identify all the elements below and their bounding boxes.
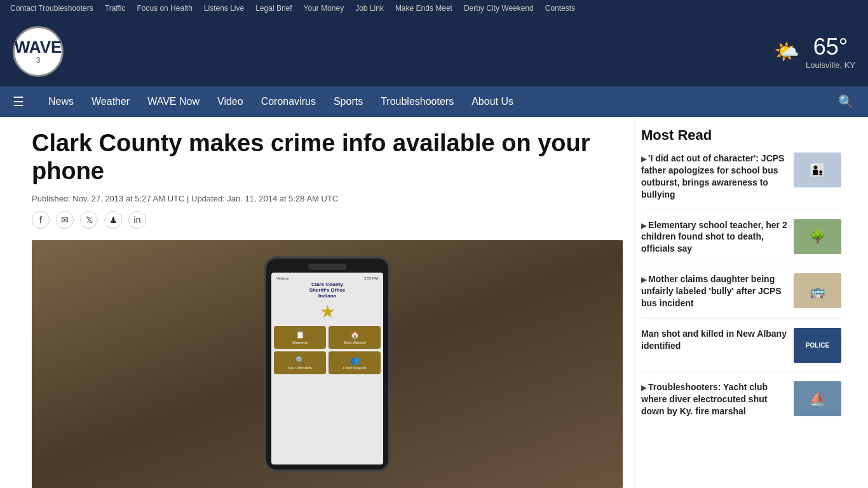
most-read-item-1[interactable]: 'I did act out of character': JCPS fathe… [641, 152, 841, 210]
nav-item-about-us[interactable]: About Us [463, 86, 522, 117]
phone-star-icon: ★ [320, 301, 336, 322]
phone-btn-most-wanted-label: Most Wanted [343, 341, 365, 344]
phone-app-title: Clark County Sheriff's Office Indiana [309, 281, 346, 299]
topbar-listens-live[interactable]: Listens Live [204, 4, 244, 13]
topbar-legal-brief[interactable]: Legal Brief [255, 4, 292, 13]
phone-carrier: Verizon [276, 276, 289, 280]
weather-icon: 🌤️ [774, 39, 799, 64]
phone-btn-most-wanted: 🏠 Most Wanted [329, 326, 381, 349]
most-read-item-4-text: Man shot and killed in New Albany identi… [641, 328, 787, 352]
phone-app-buttons: 📋 Warrants 🏠 Most Wanted 🔍 Sex Offenders [274, 326, 381, 374]
topbar-contests[interactable]: Contests [545, 4, 575, 13]
sidebar: Most Read 'I did act out of character': … [635, 117, 851, 488]
most-read-item-5[interactable]: Troubleshooters: Yacht club where diver … [641, 381, 841, 426]
article: Clark County makes crime info available … [0, 117, 635, 488]
phone-time: 3:55 PM [364, 276, 378, 280]
topbar-job-link[interactable]: Job Link [355, 4, 384, 13]
most-read-item-2-text: Elementary school teacher, her 2 childre… [641, 219, 787, 255]
most-read-item-4-thumb: POLICE [794, 328, 841, 363]
phone-btn-warrants-label: Warrants [292, 341, 308, 344]
social-share-bar: f ✉ 𝕏 ♟ in [32, 211, 620, 229]
phone-screen: Verizon 3:55 PM Clark County Sheriff's O… [271, 273, 383, 464]
phone-btn-sex-offenders-label: Sex Offenders [288, 366, 312, 370]
topbar-your-money[interactable]: Your Money [304, 4, 344, 13]
nav-item-wave-now[interactable]: WAVE Now [139, 86, 208, 117]
weather-temperature: 65° [806, 34, 855, 60]
email-share-button[interactable]: ✉ [56, 211, 74, 229]
article-title: Clark County makes crime info available … [32, 130, 620, 185]
most-read-item-1-thumb: 👨‍👦 [794, 152, 841, 187]
hamburger-menu[interactable]: ☰ [8, 92, 29, 112]
most-read-item-5-text: Troubleshooters: Yacht club where diver … [641, 381, 787, 417]
nav-item-sports[interactable]: Sports [325, 86, 372, 117]
pinterest-share-button[interactable]: ♟ [104, 211, 122, 229]
nav-item-coronavirus[interactable]: Coronavirus [252, 86, 325, 117]
site-logo[interactable]: WAVE 3 [13, 26, 64, 77]
most-read-item-1-text: 'I did act out of character': JCPS fathe… [641, 152, 787, 201]
weather-location: Louisville, KY [806, 60, 855, 70]
most-read-heading: Most Read [641, 127, 841, 144]
nav-item-troubleshooters[interactable]: Troubleshooters [372, 86, 463, 117]
phone-btn-child-support: 👥 Child Support [329, 351, 381, 374]
topbar-make-ends-meet[interactable]: Make Ends Meet [395, 4, 452, 13]
phone-btn-warrants: 📋 Warrants [274, 326, 326, 349]
article-meta: Published: Nov. 27, 2013 at 5:27 AM UTC … [32, 194, 620, 203]
weather-widget[interactable]: 🌤️ 65° Louisville, KY [774, 34, 855, 70]
main-nav: ☰ News Weather WAVE Now Video Coronaviru… [0, 86, 868, 117]
article-image: Verizon 3:55 PM Clark County Sheriff's O… [32, 240, 623, 488]
most-read-item-4[interactable]: Man shot and killed in New Albany identi… [641, 328, 841, 372]
phone-btn-child-support-label: Child Support [343, 366, 366, 370]
topbar-derby-city[interactable]: Derby City Weekend [464, 4, 534, 13]
nav-item-video[interactable]: Video [208, 86, 252, 117]
nav-item-news[interactable]: News [39, 86, 83, 117]
most-read-item-3[interactable]: Mother claims daughter being unfairly la… [641, 273, 841, 319]
facebook-share-button[interactable]: f [32, 211, 50, 229]
topbar-traffic[interactable]: Traffic [105, 4, 126, 13]
header: WAVE 3 🌤️ 65° Louisville, KY [0, 17, 868, 86]
twitter-share-button[interactable]: 𝕏 [80, 211, 98, 229]
logo-subtext: 3 [15, 56, 62, 65]
logo-text: WAVE [15, 38, 62, 57]
most-read-item-5-thumb: ⛵ [794, 381, 841, 416]
top-bar: Contact Troubleshooters Traffic Focus on… [0, 0, 868, 17]
content-area: Clark County makes crime info available … [0, 117, 868, 488]
most-read-item-3-text: Mother claims daughter being unfairly la… [641, 273, 787, 309]
most-read-item-4-thumb-label: POLICE [806, 342, 829, 349]
phone-mockup: Verizon 3:55 PM Clark County Sheriff's O… [264, 256, 391, 472]
most-read-item-2[interactable]: Elementary school teacher, her 2 childre… [641, 219, 841, 265]
phone-btn-sex-offenders: 🔍 Sex Offenders [274, 351, 326, 374]
most-read-item-3-thumb: 🚌 [794, 273, 841, 308]
topbar-contact[interactable]: Contact Troubleshooters [10, 4, 93, 13]
topbar-focus-health[interactable]: Focus on Health [137, 4, 192, 13]
linkedin-share-button[interactable]: in [128, 211, 146, 229]
phone-status-bar: Verizon 3:55 PM [274, 276, 381, 280]
most-read-item-2-thumb: 🌳 [794, 219, 841, 254]
search-icon[interactable]: 🔍 [832, 92, 860, 112]
nav-item-weather[interactable]: Weather [83, 86, 139, 117]
